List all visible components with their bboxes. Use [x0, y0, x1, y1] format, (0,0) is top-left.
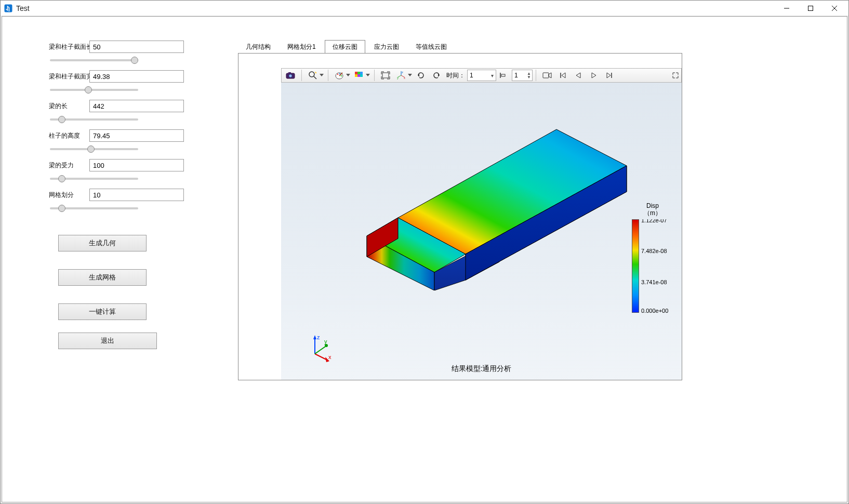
viewer-footer-label: 结果模型:通用分析 [281, 364, 682, 374]
time-combo-value: 1 [470, 72, 473, 79]
param-slider-beam-force[interactable] [50, 178, 138, 180]
svg-marker-15 [346, 74, 350, 76]
param-slider-section-width[interactable] [50, 89, 138, 91]
frame-spin-value: 1 [514, 72, 518, 79]
legend-tick-2: 7.482e-08 [641, 248, 667, 254]
generate-mesh-button[interactable]: 生成网格 [58, 269, 147, 286]
svg-text:z: z [402, 71, 403, 74]
svg-marker-36 [549, 73, 551, 78]
zoom-dropdown-icon[interactable] [320, 74, 324, 77]
svg-marker-22 [366, 74, 370, 76]
exit-button[interactable]: 退出 [58, 333, 157, 349]
svg-marker-40 [592, 73, 596, 78]
play-reverse-icon[interactable] [571, 69, 586, 82]
close-button[interactable] [823, 1, 846, 16]
zoom-icon[interactable] [306, 69, 320, 82]
svg-rect-20 [357, 74, 360, 77]
record-icon[interactable] [540, 69, 554, 82]
compute-button[interactable]: 一键计算 [58, 303, 147, 320]
legend-tick-min: 0.000e+00 [641, 308, 668, 313]
param-label-section-width: 梁和柱子截面宽 [49, 72, 89, 81]
rotate-cw-icon[interactable] [414, 69, 428, 82]
param-input-col-height[interactable] [89, 129, 184, 142]
svg-point-6 [289, 74, 292, 77]
window-title: Test [16, 4, 30, 12]
param-input-beam-force[interactable] [89, 159, 184, 171]
param-label-col-height: 柱子的高度 [49, 131, 89, 140]
legend-tick-max: 1.122e-07 [641, 219, 667, 223]
colormap-icon[interactable] [352, 69, 366, 82]
param-slider-mesh-div[interactable] [50, 207, 138, 209]
skip-start-icon[interactable] [555, 69, 570, 82]
tabs-bar: 几何结构 网格划分1 位移云图 应力云图 等值线云图 [238, 39, 456, 53]
svg-rect-21 [360, 74, 363, 77]
expand-icon[interactable] [671, 69, 680, 82]
svg-point-8 [309, 72, 314, 77]
generate-geometry-button[interactable]: 生成几何 [58, 235, 147, 251]
svg-line-9 [314, 76, 316, 79]
play-icon[interactable] [587, 69, 601, 82]
param-slider-section-len[interactable] [50, 59, 138, 61]
time-label: 时间： [446, 71, 465, 80]
param-label-beam-force: 梁的受力 [49, 161, 89, 170]
tab-mesh[interactable]: 网格划分1 [280, 40, 324, 54]
svg-rect-2 [808, 6, 813, 10]
viewer-toolbar: zxy 时间： 1 ▾ 1 ▲▼ [281, 68, 682, 83]
legend-tick-1: 3.741e-08 [641, 279, 667, 285]
fit-view-icon[interactable] [378, 69, 393, 82]
axis-triad-icon: z x y [304, 333, 336, 364]
svg-rect-19 [355, 74, 357, 77]
axisview-dropdown-icon[interactable] [408, 74, 412, 77]
param-input-beam-len[interactable] [89, 100, 184, 112]
svg-marker-30 [408, 74, 412, 76]
legend-unit: （m） [644, 209, 661, 217]
svg-text:y: y [324, 338, 327, 344]
svg-rect-34 [501, 74, 505, 76]
param-input-section-len[interactable] [89, 41, 184, 53]
palette-dropdown-icon[interactable] [346, 74, 350, 77]
title-bar: Test [1, 1, 848, 16]
svg-text:x: x [404, 76, 405, 79]
param-slider-beam-len[interactable] [50, 118, 138, 121]
tab-contour[interactable]: 等值线云图 [408, 40, 455, 54]
svg-rect-18 [360, 72, 363, 74]
param-slider-col-height[interactable] [50, 148, 138, 150]
svg-line-57 [315, 347, 325, 354]
param-label-section-len: 梁和柱子截面长 [49, 43, 89, 51]
svg-rect-23 [382, 73, 389, 78]
svg-marker-10 [320, 74, 324, 76]
time-combo[interactable]: 1 ▾ [467, 70, 496, 81]
svg-point-12 [337, 74, 338, 75]
rotate-ccw-icon[interactable] [429, 69, 444, 82]
palette-icon[interactable] [332, 69, 347, 82]
model-3d [338, 119, 640, 290]
app-icon [4, 4, 13, 13]
param-input-section-width[interactable] [89, 70, 184, 83]
svg-marker-41 [607, 73, 611, 78]
frame-end-icon[interactable] [497, 69, 508, 82]
param-label-mesh-div: 网格划分 [49, 191, 89, 200]
param-input-mesh-div[interactable] [89, 189, 184, 201]
svg-line-54 [315, 354, 327, 360]
svg-marker-52 [313, 335, 316, 339]
maximize-button[interactable] [799, 1, 823, 16]
snapshot-icon[interactable] [283, 69, 298, 82]
legend-title: Disp [646, 202, 659, 209]
frame-spin[interactable]: 1 ▲▼ [512, 70, 533, 81]
tab-geometry[interactable]: 几何结构 [238, 40, 278, 54]
param-label-beam-len: 梁的长 [49, 102, 89, 111]
viewer-panel: zxy 时间： 1 ▾ 1 ▲▼ [238, 53, 682, 380]
viewer-canvas[interactable]: z x y Disp （m） [281, 83, 682, 380]
colormap-dropdown-icon[interactable] [366, 74, 370, 77]
axis-view-icon[interactable]: zxy [394, 69, 408, 82]
svg-point-14 [341, 75, 342, 76]
minimize-button[interactable] [775, 1, 799, 16]
svg-marker-38 [562, 73, 565, 78]
tab-stress[interactable]: 应力云图 [366, 40, 407, 54]
svg-rect-0 [5, 4, 12, 12]
tab-displacement[interactable]: 位移云图 [325, 40, 365, 54]
skip-end-icon[interactable] [602, 69, 617, 82]
svg-marker-39 [576, 73, 580, 78]
svg-rect-7 [288, 72, 291, 74]
color-legend: Disp （m） 1.122e-07 7.482e-08 3.741e-08 0… [632, 202, 673, 313]
